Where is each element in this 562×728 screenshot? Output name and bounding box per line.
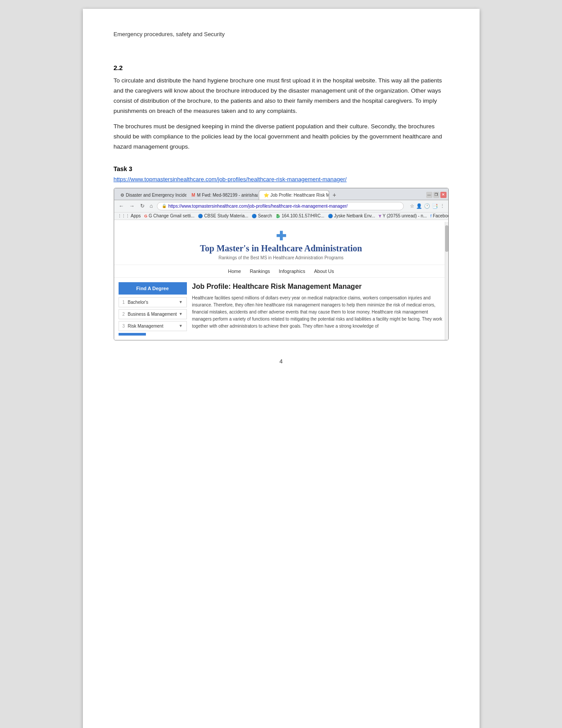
- bookmark-facebook[interactable]: f Facebook: [430, 213, 448, 218]
- nav-rankings[interactable]: Rankings: [250, 269, 270, 274]
- bookmark-jyske-label: Jyske Netbank Env...: [334, 213, 375, 218]
- tab-icon-disaster: ⚙: [120, 193, 124, 198]
- address-text: https://www.topmastersinhealthcare.com/j…: [168, 204, 348, 209]
- sidebar-opt-label-3: Risk Management: [128, 324, 164, 329]
- bookmark-cbse[interactable]: 🔵 CBSE Study Materia...: [198, 213, 248, 218]
- tab-label-gmail: M Fwd: Med-982199 - anirishaa@c: [197, 193, 258, 198]
- site-body: Find A Degree 1 Bachelor's ▼ 2 Business …: [114, 278, 448, 340]
- sidebar-option-business[interactable]: 2 Business & Management ▼: [119, 309, 187, 319]
- bookmark-gmail-label: G Change Gmail setti...: [149, 213, 194, 218]
- scrollbar[interactable]: [445, 222, 448, 340]
- bookmarks-bar: ⋮⋮⋮ Apps G G Change Gmail setti... 🔵 CBS…: [114, 213, 448, 220]
- site-title: Top Master's in Healthcare Administratio…: [123, 243, 439, 254]
- restore-button[interactable]: ❐: [433, 192, 439, 198]
- bookmark-search-label: Search: [258, 213, 272, 218]
- bookmark-gmail[interactable]: G G Change Gmail setti...: [144, 213, 194, 218]
- section-number: 2.2: [114, 64, 449, 71]
- bookmark-apps-label: Apps: [131, 213, 141, 218]
- settings-icon[interactable]: ⋮: [440, 203, 445, 209]
- sidebar-opt-num-3: 3: [123, 324, 125, 329]
- nav-about[interactable]: About Us: [314, 269, 334, 274]
- page-footer: 4: [114, 358, 449, 365]
- tab-icon-gmail: M: [192, 193, 195, 198]
- search-bk-icon: 🔵: [252, 214, 257, 218]
- browser-window: ⚙ Disaster and Emergency Incider ✕ M M F…: [114, 188, 449, 340]
- nav-home[interactable]: Home: [228, 269, 241, 274]
- address-bar-row: ← → ↻ ⌂ 🔒 https://www.topmastersinhealth…: [114, 200, 448, 213]
- forward-button[interactable]: →: [128, 202, 136, 210]
- job-description: Healthcare facilities spend millions of …: [192, 295, 444, 330]
- new-tab-button[interactable]: +: [330, 190, 339, 200]
- bookmark-search[interactable]: 🔵 Search: [252, 213, 272, 218]
- scrollbar-thumb[interactable]: [445, 225, 448, 252]
- bookmark-ip[interactable]: 🐉 164.100.51.57/HRC...: [275, 213, 324, 218]
- bookmark-apps[interactable]: ⋮⋮⋮ Apps: [118, 213, 141, 218]
- address-icons: ☆ 👤 🕐 📑 ⋮: [410, 203, 445, 209]
- site-header: ✚ Top Master's in Healthcare Administrat…: [114, 220, 448, 265]
- bookmark-jyske[interactable]: 🔵 Jyske Netbank Env...: [328, 213, 375, 218]
- tab-label-disaster: Disaster and Emergency Incider: [126, 193, 186, 198]
- address-bar[interactable]: 🔒 https://www.topmastersinhealthcare.com…: [157, 202, 404, 210]
- main-job-content: Job Profile: Healthcare Risk Management …: [192, 282, 444, 336]
- star-icon[interactable]: ☆: [410, 203, 414, 209]
- bookmark-ip-label: 164.100.51.57/HRC...: [282, 213, 324, 218]
- sidebar-option-risk[interactable]: 3 Risk Management ▼: [119, 321, 187, 331]
- tab-icon-job: ⭐: [264, 193, 269, 198]
- apps-icon: ⋮⋮⋮: [118, 214, 130, 218]
- bookmark-yahoo-label: Y (20755 unread) - n...: [383, 213, 427, 218]
- bookmark-facebook-label: Facebook: [433, 213, 448, 218]
- sidebar-arrow-3: ▼: [179, 324, 183, 328]
- site-nav: Home Rankings Infographics About Us: [114, 265, 448, 278]
- profile-icon[interactable]: 👤: [416, 203, 422, 209]
- job-title: Job Profile: Healthcare Risk Management …: [192, 282, 444, 291]
- back-button[interactable]: ←: [118, 202, 126, 210]
- ip-icon: 🐉: [275, 214, 280, 218]
- site-subtitle: Rankings of the Best MS in Healthcare Ad…: [123, 255, 439, 260]
- sidebar-panel: Find A Degree 1 Bachelor's ▼ 2 Business …: [119, 282, 187, 336]
- nav-infographics[interactable]: Infographics: [279, 269, 305, 274]
- site-logo-symbol: ✚: [123, 229, 439, 243]
- task3-heading: Task 3: [114, 165, 449, 172]
- section-paragraph-2: The brochures must be designed keeping i…: [114, 122, 449, 152]
- site-content: ✚ Top Master's in Healthcare Administrat…: [114, 220, 448, 340]
- section-paragraph-1: To circulate and distribute the hand hyg…: [114, 76, 449, 116]
- sidebar-opt-num-2: 2: [123, 312, 125, 317]
- tab-disaster[interactable]: ⚙ Disaster and Emergency Incider ✕: [116, 190, 186, 200]
- sidebar-arrow-2: ▼: [179, 312, 183, 316]
- page-header: Emergency procedures, safety and Securit…: [114, 31, 449, 37]
- tab-job-profile[interactable]: ⭐ Job Profile: Healthcare Risk Man... ✕: [259, 190, 329, 200]
- jyske-icon: 🔵: [328, 214, 333, 218]
- lock-icon: 🔒: [162, 204, 167, 208]
- document-page: Emergency procedures, safety and Securit…: [83, 9, 480, 728]
- window-controls: — ❐ ✕: [426, 192, 447, 200]
- gmail-icon: G: [144, 214, 147, 218]
- facebook-icon: f: [430, 214, 432, 218]
- home-button[interactable]: ⌂: [149, 202, 154, 210]
- tab-label-job: Job Profile: Healthcare Risk Man...: [271, 193, 329, 198]
- yahoo-icon: Y: [379, 214, 381, 218]
- bookmark-cbse-label: CBSE Study Materia...: [204, 213, 248, 218]
- sidebar-opt-label-1: Bachelor's: [128, 300, 148, 305]
- minimize-button[interactable]: —: [426, 192, 432, 198]
- sidebar-opt-label-2: Business & Management: [128, 312, 177, 317]
- task3-link[interactable]: https://www.topmastersinhealthcare.com/j…: [114, 176, 449, 183]
- close-button[interactable]: ✕: [440, 192, 447, 198]
- bookmark-yahoo[interactable]: Y Y (20755 unread) - n...: [379, 213, 427, 218]
- reload-button[interactable]: ↻: [139, 202, 146, 210]
- cbse-icon: 🔵: [198, 214, 203, 218]
- tab-bar: ⚙ Disaster and Emergency Incider ✕ M M F…: [114, 188, 448, 200]
- sidebar-arrow-1: ▼: [179, 300, 183, 304]
- bookmark-icon[interactable]: 📑: [432, 203, 438, 209]
- find-degree-label: Find A Degree: [119, 282, 187, 295]
- tab-gmail[interactable]: M M Fwd: Med-982199 - anirishaa@c ✕: [187, 190, 258, 200]
- history-icon[interactable]: 🕐: [424, 203, 430, 209]
- sidebar-opt-num-1: 1: [123, 300, 125, 305]
- sidebar-option-bachelors[interactable]: 1 Bachelor's ▼: [119, 297, 187, 307]
